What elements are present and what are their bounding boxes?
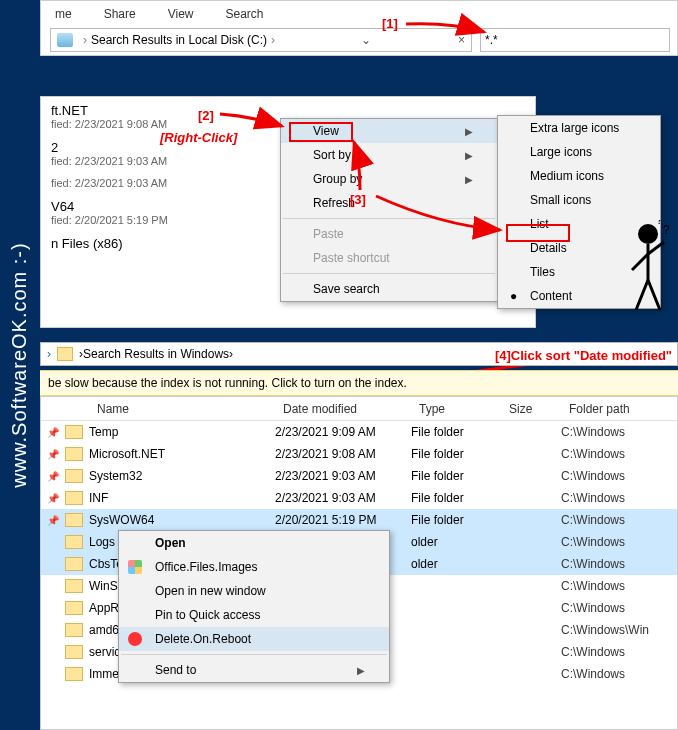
tab-home[interactable]: me: [49, 5, 78, 23]
table-row[interactable]: 📌Temp2/23/2021 9:09 AMFile folderC:\Wind…: [41, 421, 677, 443]
folder-icon: [65, 535, 83, 549]
menu-item[interactable]: Group by▶: [281, 167, 497, 191]
breadcrumb[interactable]: Search Results in Local Disk (C:): [91, 33, 267, 47]
menu-label: Pin to Quick access: [155, 608, 260, 622]
bullet-icon: ●: [510, 289, 517, 303]
folder-icon: [65, 491, 83, 505]
table-row[interactable]: 📌SysWOW642/20/2021 5:19 PMFile folderC:\…: [41, 509, 677, 531]
close-icon[interactable]: ×: [452, 33, 471, 47]
breadcrumb[interactable]: Search Results in Windows: [83, 347, 229, 361]
drive-icon: [57, 33, 73, 47]
file-name: SysWOW64: [89, 513, 154, 527]
menu-item[interactable]: Delete.On.Reboot: [119, 627, 389, 651]
svg-line-5: [648, 242, 664, 254]
table-row[interactable]: 📌Microsoft.NET2/23/2021 9:08 AMFile fold…: [41, 443, 677, 465]
file-path: C:\Windows: [561, 601, 677, 615]
menu-divider: [283, 218, 495, 219]
col-path[interactable]: Folder path: [561, 402, 638, 416]
file-date: 2/20/2021 5:19 PM: [275, 513, 411, 527]
menu-label: Sort by: [313, 148, 351, 162]
menu-item[interactable]: Pin to Quick access: [119, 603, 389, 627]
svg-line-7: [648, 280, 660, 310]
pin-icon: 📌: [41, 515, 65, 526]
menu-label: Refresh: [313, 196, 355, 210]
menu-label: Paste shortcut: [313, 251, 390, 265]
file-path: C:\Windows: [561, 667, 677, 681]
file-type: File folder: [411, 513, 501, 527]
svg-text:?: ?: [656, 220, 663, 227]
menu-item[interactable]: Large icons: [498, 140, 660, 164]
menu-label: Extra large icons: [530, 121, 619, 135]
pin-icon: 📌: [41, 449, 65, 460]
anno-4: [4]Click sort "Date modified": [495, 348, 672, 363]
chevron-right-icon: ›: [47, 347, 51, 361]
menu-label: List: [530, 217, 549, 231]
menu-item[interactable]: Office.Files.Images: [119, 555, 389, 579]
menu-label: Open in new window: [155, 584, 266, 598]
menu-item[interactable]: Open in new window: [119, 579, 389, 603]
svg-point-0: [638, 224, 658, 244]
chevron-right-icon: ▶: [465, 126, 473, 137]
menu-label: Tiles: [530, 265, 555, 279]
menu-item[interactable]: Medium icons: [498, 164, 660, 188]
ribbon-tabs: me Share View Search: [41, 1, 677, 27]
address-bar[interactable]: › Search Results in Local Disk (C:) › ⌄ …: [50, 28, 472, 52]
file-name: System32: [89, 469, 142, 483]
context-menu-2: OpenOffice.Files.ImagesOpen in new windo…: [118, 530, 390, 683]
menu-label: View: [313, 124, 339, 138]
svg-line-4: [632, 254, 648, 270]
folder-icon: [65, 513, 83, 527]
tab-share[interactable]: Share: [98, 5, 142, 23]
table-header: Name Date modified Type Size Folder path: [41, 397, 677, 421]
menu-item[interactable]: Save search: [281, 277, 497, 301]
chevron-right-icon: ▶: [357, 665, 365, 676]
menu-label: Save search: [313, 282, 380, 296]
menu-item[interactable]: Small icons: [498, 188, 660, 212]
tab-search[interactable]: Search: [220, 5, 270, 23]
file-type: File folder: [411, 425, 501, 439]
menu-label: Open: [155, 536, 186, 550]
stop-hand-icon: [128, 632, 142, 646]
menu-label: Send to: [155, 663, 196, 677]
file-date: 2/23/2021 9:08 AM: [275, 447, 411, 461]
menu-label: Content: [530, 289, 572, 303]
chevron-right-icon: ›: [83, 33, 87, 47]
menu-item[interactable]: View▶: [281, 119, 497, 143]
menu-item[interactable]: Send to▶: [119, 658, 389, 682]
col-type[interactable]: Type: [411, 402, 501, 416]
index-warning-bar[interactable]: be slow because the index is not running…: [40, 370, 678, 396]
folder-icon: [65, 623, 83, 637]
menu-label: Group by: [313, 172, 362, 186]
col-name[interactable]: Name: [41, 402, 275, 416]
menu-item[interactable]: Sort by▶: [281, 143, 497, 167]
file-path: C:\Windows: [561, 579, 677, 593]
menu-item[interactable]: Extra large icons: [498, 116, 660, 140]
file-type: File folder: [411, 447, 501, 461]
menu-item: Paste: [281, 222, 497, 246]
file-name: Microsoft.NET: [89, 447, 165, 461]
table-row[interactable]: 📌System322/23/2021 9:03 AMFile folderC:\…: [41, 465, 677, 487]
file-name: INF: [89, 491, 108, 505]
folder-icon: [65, 557, 83, 571]
table-row[interactable]: 📌INF2/23/2021 9:03 AMFile folderC:\Windo…: [41, 487, 677, 509]
folder-icon: [65, 645, 83, 659]
file-date: 2/23/2021 9:03 AM: [275, 469, 411, 483]
svg-line-6: [636, 280, 648, 310]
folder-icon: [57, 347, 73, 361]
menu-label: Paste: [313, 227, 344, 241]
col-date[interactable]: Date modified: [275, 402, 411, 416]
file-name: Logs: [89, 535, 115, 549]
menu-label: Details: [530, 241, 567, 255]
menu-item[interactable]: Refresh: [281, 191, 497, 215]
tab-view[interactable]: View: [162, 5, 200, 23]
menu-label: Small icons: [530, 193, 591, 207]
search-input[interactable]: *.*: [480, 28, 670, 52]
menu-item[interactable]: Open: [119, 531, 389, 555]
menu-label: Office.Files.Images: [155, 560, 257, 574]
menu-divider: [283, 273, 495, 274]
col-size[interactable]: Size: [501, 402, 561, 416]
dropdown-icon[interactable]: ⌄: [355, 33, 377, 47]
file-path: C:\Windows: [561, 645, 677, 659]
office-files-icon: [128, 560, 142, 574]
file-path: C:\Windows: [561, 535, 677, 549]
